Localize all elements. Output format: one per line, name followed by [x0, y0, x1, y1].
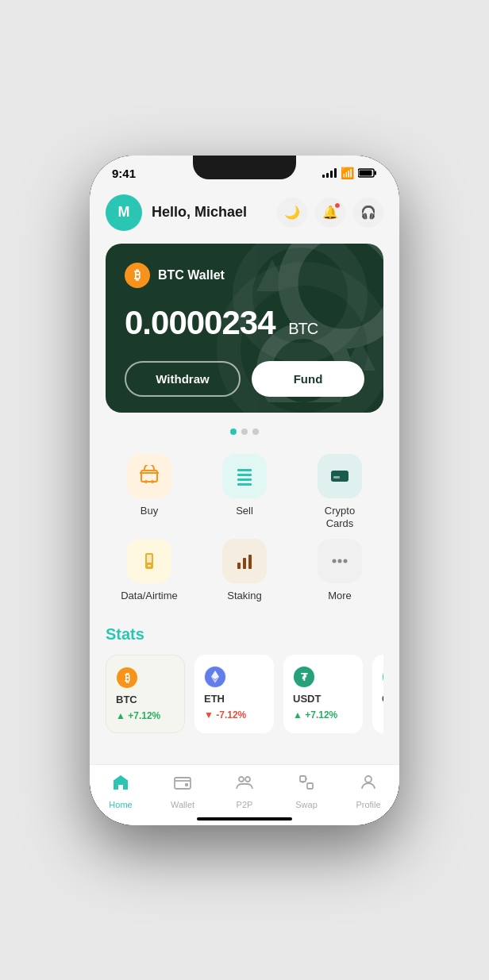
stats-section: Stats ₿ BTC +7.12% [106, 625, 383, 740]
main-content: M Hello, Michael 🌙 🔔 🎧 [90, 186, 399, 785]
celo-stat-icon [382, 666, 383, 688]
btc-stat-change: +7.12% [116, 710, 160, 721]
eth-stat-icon [204, 666, 226, 688]
dot-2[interactable] [241, 429, 248, 435]
dot-3[interactable] [252, 429, 259, 435]
header: M Hello, Michael 🌙 🔔 🎧 [106, 186, 383, 244]
signal-icon [322, 168, 337, 178]
svg-rect-20 [237, 563, 241, 569]
carousel-dots [106, 429, 383, 435]
home-indicator [197, 817, 292, 821]
nav-profile[interactable]: Profile [345, 773, 392, 809]
btc-coin-icon: ₿ [125, 263, 150, 288]
quick-actions-grid: Buy Sell [106, 454, 383, 604]
wifi-icon: 📶 [341, 167, 354, 179]
stats-scroll[interactable]: ₿ BTC +7.12% [106, 655, 383, 740]
btc-stat-name: BTC [116, 694, 137, 705]
fund-button[interactable]: Fund [252, 361, 364, 397]
withdraw-button[interactable]: Withdraw [125, 361, 241, 397]
usdt-stat-icon: ₮ [293, 666, 315, 688]
sell-label: Sell [236, 505, 253, 518]
nav-wallet-label: Wallet [171, 800, 194, 809]
svg-rect-37 [175, 778, 191, 789]
nav-p2p[interactable]: P2P [221, 773, 268, 809]
staking-icon [222, 539, 267, 583]
home-icon [111, 773, 130, 797]
svg-rect-22 [248, 555, 252, 569]
nav-wallet[interactable]: Wallet [159, 773, 206, 809]
svg-point-40 [245, 777, 250, 782]
svg-rect-16 [333, 476, 340, 478]
celo-stat-name: CELO [382, 693, 383, 705]
dot-1[interactable] [230, 429, 237, 435]
svg-point-24 [338, 559, 342, 563]
svg-text:₮: ₮ [301, 671, 308, 683]
svg-text:₿: ₿ [125, 671, 130, 684]
nav-home[interactable]: Home [97, 773, 144, 809]
status-time: 9:41 [112, 167, 136, 180]
svg-rect-19 [148, 565, 151, 567]
svg-rect-13 [237, 483, 252, 486]
support-button[interactable]: 🎧 [353, 198, 383, 228]
nav-p2p-label: P2P [237, 800, 253, 809]
action-staking[interactable]: Staking [201, 539, 288, 603]
svg-rect-41 [300, 776, 306, 782]
more-icon [318, 539, 362, 583]
stat-card-eth[interactable]: ETH -7.12% [194, 655, 274, 733]
buy-label: Buy [141, 505, 158, 518]
svg-rect-2 [360, 171, 372, 176]
svg-rect-11 [237, 474, 252, 476]
avatar: M [106, 194, 142, 231]
stat-card-btc[interactable]: ₿ BTC +7.12% [106, 655, 185, 733]
wallet-title: BTC Wallet [158, 268, 225, 282]
profile-icon [359, 773, 378, 797]
nav-profile-label: Profile [356, 800, 380, 809]
action-more[interactable]: More [296, 539, 383, 603]
svg-point-4 [264, 331, 344, 402]
action-sell[interactable]: Sell [201, 454, 288, 532]
svg-rect-38 [185, 783, 188, 786]
svg-marker-6 [344, 339, 375, 371]
nav-swap-label: Swap [295, 800, 318, 809]
svg-rect-18 [147, 555, 152, 563]
data-airtime-label: Data/Airtime [121, 590, 178, 603]
svg-rect-1 [375, 171, 377, 175]
svg-rect-10 [237, 469, 252, 471]
greeting-text: Hello, Michael [152, 204, 268, 221]
eth-stat-change: -7.12% [204, 709, 246, 721]
wallet-currency: BTC [288, 320, 318, 337]
svg-rect-42 [307, 783, 313, 789]
buy-icon [127, 454, 171, 498]
svg-point-39 [239, 777, 244, 782]
crypto-cards-label: CryptoCards [325, 505, 355, 532]
stat-card-usdt[interactable]: ₮ USDT +7.12% [283, 655, 363, 733]
dark-mode-button[interactable]: 🌙 [277, 198, 307, 228]
stat-card-celo[interactable]: CELO -7.12% [372, 655, 383, 733]
svg-point-3 [288, 244, 383, 339]
staking-label: Staking [227, 590, 261, 603]
battery-icon [358, 168, 377, 178]
notifications-button[interactable]: 🔔 [315, 198, 345, 228]
sell-icon [222, 454, 267, 498]
data-airtime-icon [127, 539, 171, 583]
btc-stat-icon: ₿ [116, 667, 138, 689]
svg-rect-12 [237, 478, 252, 481]
card-decoration [225, 244, 383, 402]
nav-swap[interactable]: Swap [283, 773, 330, 809]
swap-icon [297, 773, 316, 797]
eth-stat-name: ETH [204, 693, 225, 705]
bottom-nav: Home Wallet [90, 764, 399, 825]
moon-icon: 🌙 [284, 205, 300, 220]
svg-point-8 [144, 480, 148, 483]
status-icons: 📶 [322, 167, 377, 179]
headset-icon: 🎧 [360, 205, 376, 220]
stats-title: Stats [106, 625, 383, 644]
usdt-stat-change: +7.12% [293, 709, 337, 721]
action-crypto-cards[interactable]: CryptoCards [296, 454, 383, 532]
svg-point-43 [365, 776, 372, 782]
card-buttons: Withdraw Fund [125, 361, 364, 397]
action-buy[interactable]: Buy [106, 454, 193, 532]
wallet-card: ₿ BTC Wallet 0.0000234 BTC Withdraw Fund [106, 244, 383, 413]
notification-badge [334, 202, 341, 209]
action-data-airtime[interactable]: Data/Airtime [106, 539, 193, 603]
